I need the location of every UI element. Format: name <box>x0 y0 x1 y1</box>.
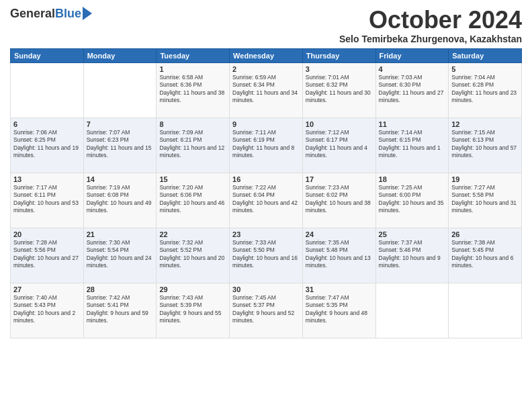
day-info: Sunrise: 7:38 AM Sunset: 5:45 PM Dayligh… <box>451 239 519 270</box>
day-info: Sunrise: 7:27 AM Sunset: 5:58 PM Dayligh… <box>451 184 519 215</box>
calendar-cell: 2Sunrise: 6:59 AM Sunset: 6:34 PM Daylig… <box>230 62 303 118</box>
day-number: 23 <box>232 230 300 238</box>
day-number: 8 <box>159 120 226 128</box>
calendar-table: SundayMondayTuesdayWednesdayThursdayFrid… <box>10 48 522 338</box>
calendar-cell: 10Sunrise: 7:12 AM Sunset: 6:17 PM Dayli… <box>302 118 375 173</box>
calendar-cell: 1Sunrise: 6:58 AM Sunset: 6:36 PM Daylig… <box>157 62 230 118</box>
day-number: 16 <box>232 175 300 183</box>
calendar-cell <box>11 62 84 118</box>
calendar-cell: 31Sunrise: 7:47 AM Sunset: 5:35 PM Dayli… <box>302 283 375 338</box>
day-info: Sunrise: 7:28 AM Sunset: 5:56 PM Dayligh… <box>13 239 81 270</box>
day-number: 27 <box>13 285 81 293</box>
header-day-monday: Monday <box>83 48 157 62</box>
calendar-cell: 6Sunrise: 7:06 AM Sunset: 6:25 PM Daylig… <box>11 118 84 173</box>
day-info: Sunrise: 7:17 AM Sunset: 6:11 PM Dayligh… <box>13 184 81 215</box>
day-info: Sunrise: 7:19 AM Sunset: 6:08 PM Dayligh… <box>87 184 154 215</box>
calendar-cell: 14Sunrise: 7:19 AM Sunset: 6:08 PM Dayli… <box>83 173 157 228</box>
day-info: Sunrise: 7:15 AM Sunset: 6:13 PM Dayligh… <box>451 129 519 160</box>
day-number: 9 <box>232 120 300 128</box>
day-number: 12 <box>451 120 519 128</box>
calendar-cell <box>83 62 157 118</box>
day-info: Sunrise: 7:47 AM Sunset: 5:35 PM Dayligh… <box>306 294 373 325</box>
header-day-tuesday: Tuesday <box>157 48 230 62</box>
header: General Blue October 2024 Selo Temirbeka… <box>10 7 522 44</box>
day-number: 20 <box>13 230 81 238</box>
calendar-cell: 18Sunrise: 7:25 AM Sunset: 6:00 PM Dayli… <box>375 173 449 228</box>
calendar-cell: 12Sunrise: 7:15 AM Sunset: 6:13 PM Dayli… <box>449 118 522 173</box>
day-number: 14 <box>87 175 154 183</box>
day-info: Sunrise: 6:59 AM Sunset: 6:34 PM Dayligh… <box>232 74 300 105</box>
day-info: Sunrise: 7:12 AM Sunset: 6:17 PM Dayligh… <box>306 129 373 160</box>
calendar-cell: 23Sunrise: 7:33 AM Sunset: 5:50 PM Dayli… <box>230 228 303 283</box>
calendar-week-1: 1Sunrise: 6:58 AM Sunset: 6:36 PM Daylig… <box>11 62 522 118</box>
calendar-cell: 9Sunrise: 7:11 AM Sunset: 6:19 PM Daylig… <box>230 118 303 173</box>
header-day-thursday: Thursday <box>302 48 375 62</box>
calendar-cell: 21Sunrise: 7:30 AM Sunset: 5:54 PM Dayli… <box>83 228 157 283</box>
day-number: 17 <box>306 175 373 183</box>
header-day-friday: Friday <box>375 48 449 62</box>
calendar-week-5: 27Sunrise: 7:40 AM Sunset: 5:43 PM Dayli… <box>11 283 522 338</box>
calendar-cell: 26Sunrise: 7:38 AM Sunset: 5:45 PM Dayli… <box>449 228 522 283</box>
calendar-cell: 22Sunrise: 7:32 AM Sunset: 5:52 PM Dayli… <box>157 228 230 283</box>
day-number: 15 <box>159 175 226 183</box>
day-number: 30 <box>232 285 300 293</box>
day-info: Sunrise: 7:14 AM Sunset: 6:15 PM Dayligh… <box>379 129 446 160</box>
day-info: Sunrise: 7:20 AM Sunset: 6:06 PM Dayligh… <box>159 184 226 215</box>
day-info: Sunrise: 7:43 AM Sunset: 5:39 PM Dayligh… <box>159 294 226 325</box>
calendar-cell: 4Sunrise: 7:03 AM Sunset: 6:30 PM Daylig… <box>375 62 449 118</box>
day-info: Sunrise: 7:33 AM Sunset: 5:50 PM Dayligh… <box>232 239 300 270</box>
day-info: Sunrise: 7:09 AM Sunset: 6:21 PM Dayligh… <box>159 129 226 160</box>
day-info: Sunrise: 7:35 AM Sunset: 5:48 PM Dayligh… <box>306 239 373 270</box>
day-number: 31 <box>306 285 373 293</box>
day-number: 1 <box>159 65 226 73</box>
day-number: 4 <box>379 65 446 73</box>
calendar-cell: 17Sunrise: 7:23 AM Sunset: 6:02 PM Dayli… <box>302 173 375 228</box>
day-info: Sunrise: 7:04 AM Sunset: 6:28 PM Dayligh… <box>451 74 519 105</box>
logo-arrow-icon <box>83 7 92 20</box>
day-info: Sunrise: 7:25 AM Sunset: 6:00 PM Dayligh… <box>379 184 446 215</box>
calendar-cell: 15Sunrise: 7:20 AM Sunset: 6:06 PM Dayli… <box>157 173 230 228</box>
calendar-cell: 3Sunrise: 7:01 AM Sunset: 6:32 PM Daylig… <box>302 62 375 118</box>
day-number: 19 <box>451 175 519 183</box>
day-number: 13 <box>13 175 81 183</box>
day-number: 6 <box>13 120 81 128</box>
calendar-header: SundayMondayTuesdayWednesdayThursdayFrid… <box>11 48 522 62</box>
day-info: Sunrise: 7:11 AM Sunset: 6:19 PM Dayligh… <box>232 129 300 160</box>
title-section: October 2024 Selo Temirbeka Zhurgenova, … <box>339 7 522 44</box>
header-day-sunday: Sunday <box>11 48 84 62</box>
day-number: 18 <box>379 175 446 183</box>
day-number: 26 <box>451 230 519 238</box>
header-day-saturday: Saturday <box>449 48 522 62</box>
calendar-week-4: 20Sunrise: 7:28 AM Sunset: 5:56 PM Dayli… <box>11 228 522 283</box>
day-info: Sunrise: 7:45 AM Sunset: 5:37 PM Dayligh… <box>232 294 300 325</box>
logo: General Blue <box>10 7 92 21</box>
header-day-wednesday: Wednesday <box>230 48 303 62</box>
calendar-cell: 24Sunrise: 7:35 AM Sunset: 5:48 PM Dayli… <box>302 228 375 283</box>
calendar-cell <box>375 283 449 338</box>
calendar-cell: 5Sunrise: 7:04 AM Sunset: 6:28 PM Daylig… <box>449 62 522 118</box>
calendar-cell: 27Sunrise: 7:40 AM Sunset: 5:43 PM Dayli… <box>11 283 84 338</box>
month-title: October 2024 <box>339 7 522 34</box>
day-number: 24 <box>306 230 373 238</box>
calendar-week-3: 13Sunrise: 7:17 AM Sunset: 6:11 PM Dayli… <box>11 173 522 228</box>
calendar-cell: 16Sunrise: 7:22 AM Sunset: 6:04 PM Dayli… <box>230 173 303 228</box>
day-info: Sunrise: 7:37 AM Sunset: 5:46 PM Dayligh… <box>379 239 446 270</box>
page: General Blue October 2024 Selo Temirbeka… <box>0 0 532 411</box>
day-info: Sunrise: 7:03 AM Sunset: 6:30 PM Dayligh… <box>379 74 446 105</box>
calendar-cell: 19Sunrise: 7:27 AM Sunset: 5:58 PM Dayli… <box>449 173 522 228</box>
calendar-cell: 30Sunrise: 7:45 AM Sunset: 5:37 PM Dayli… <box>230 283 303 338</box>
day-number: 7 <box>87 120 154 128</box>
day-info: Sunrise: 7:07 AM Sunset: 6:23 PM Dayligh… <box>87 129 154 160</box>
day-info: Sunrise: 7:42 AM Sunset: 5:41 PM Dayligh… <box>87 294 154 325</box>
calendar-cell: 11Sunrise: 7:14 AM Sunset: 6:15 PM Dayli… <box>375 118 449 173</box>
day-info: Sunrise: 7:23 AM Sunset: 6:02 PM Dayligh… <box>306 184 373 215</box>
logo-general-text: General <box>10 7 55 21</box>
day-info: Sunrise: 7:06 AM Sunset: 6:25 PM Dayligh… <box>13 129 81 160</box>
calendar-cell: 29Sunrise: 7:43 AM Sunset: 5:39 PM Dayli… <box>157 283 230 338</box>
logo-blue-text: Blue <box>55 7 81 21</box>
calendar-cell: 13Sunrise: 7:17 AM Sunset: 6:11 PM Dayli… <box>11 173 84 228</box>
day-number: 28 <box>87 285 154 293</box>
calendar-cell: 25Sunrise: 7:37 AM Sunset: 5:46 PM Dayli… <box>375 228 449 283</box>
day-info: Sunrise: 6:58 AM Sunset: 6:36 PM Dayligh… <box>159 74 226 105</box>
day-number: 2 <box>232 65 300 73</box>
